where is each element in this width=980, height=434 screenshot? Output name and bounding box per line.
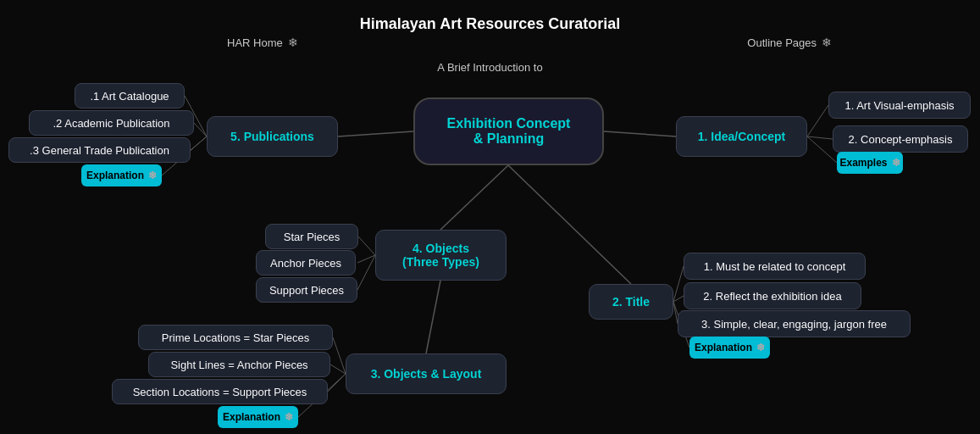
- star-pieces-node[interactable]: Star Pieces: [265, 224, 358, 249]
- svg-line-10: [358, 236, 375, 255]
- svg-line-21: [328, 374, 346, 392]
- sight-lines-node[interactable]: Sight Lines = Anchor Pieces: [148, 352, 330, 377]
- svg-line-2: [440, 165, 508, 230]
- svg-line-1: [604, 131, 676, 136]
- center-node[interactable]: Exhibition Concept& Planning: [413, 97, 604, 165]
- section-locations-node[interactable]: Section Locations = Support Pieces: [112, 379, 328, 404]
- reflect-exhibition-label: 2. Reflect the exhibition idea: [703, 290, 841, 303]
- title-node[interactable]: 2. Title: [589, 284, 673, 320]
- section-locations-label: Section Locations = Support Pieces: [133, 386, 307, 398]
- svg-line-11: [357, 255, 375, 263]
- examples-icon: ❄: [892, 157, 900, 169]
- anchor-pieces-label: Anchor Pieces: [270, 257, 341, 270]
- outline-pages-icon: ❄: [822, 36, 832, 49]
- har-home-label: HAR Home: [227, 36, 283, 49]
- svg-line-15: [673, 296, 684, 302]
- sight-lines-label: Sight Lines = Anchor Pieces: [170, 359, 307, 371]
- svg-line-20: [330, 364, 346, 374]
- objects-three-node[interactable]: 4. Objects(Three Types): [375, 230, 507, 281]
- title-node-label: 2. Title: [612, 295, 650, 309]
- explanation-title-node[interactable]: Explanation ❄: [689, 337, 770, 359]
- main-title: Himalayan Art Resources Curatorial: [360, 15, 620, 33]
- outline-pages-nav[interactable]: Outline Pages ❄: [747, 36, 832, 49]
- har-home-icon: ❄: [288, 36, 298, 49]
- svg-line-12: [357, 255, 375, 290]
- svg-line-19: [333, 337, 346, 374]
- must-related-label: 1. Must be related to concept: [704, 260, 846, 273]
- examples-node[interactable]: Examples ❄: [837, 152, 903, 174]
- support-pieces-node[interactable]: Support Pieces: [256, 277, 357, 303]
- art-visual-node[interactable]: 1. Art Visual-emphasis: [828, 92, 971, 119]
- svg-line-4: [194, 123, 207, 136]
- art-catalogue-label: .1 Art Catalogue: [90, 90, 169, 103]
- svg-line-13: [508, 165, 631, 284]
- explanation-layout-label: Explanation: [223, 411, 280, 423]
- star-pieces-label: Star Pieces: [284, 231, 340, 243]
- general-trade-node[interactable]: .3 General Trade Publication: [8, 137, 191, 163]
- center-node-label: Exhibition Concept& Planning: [447, 116, 571, 147]
- reflect-exhibition-node[interactable]: 2. Reflect the exhibition idea: [684, 282, 861, 309]
- explanation-pub-node[interactable]: Explanation ❄: [81, 164, 162, 186]
- simple-clear-label: 3. Simple, clear, engaging, jargon free: [701, 318, 887, 331]
- simple-clear-node[interactable]: 3. Simple, clear, engaging, jargon free: [678, 310, 911, 337]
- academic-pub-node[interactable]: .2 Academic Publication: [29, 110, 194, 136]
- objects-three-label: 4. Objects(Three Types): [402, 242, 479, 269]
- art-visual-label: 1. Art Visual-emphasis: [844, 99, 954, 112]
- svg-line-8: [807, 136, 833, 139]
- general-trade-label: .3 General Trade Publication: [30, 144, 169, 157]
- subtitle: A Brief Introduction to: [437, 61, 542, 74]
- explanation-pub-label: Explanation: [86, 170, 144, 181]
- publications-label: 5. Publications: [230, 130, 314, 143]
- svg-line-18: [426, 281, 440, 353]
- concept-emphasis-node[interactable]: 2. Concept-emphasis: [833, 125, 968, 153]
- anchor-pieces-node[interactable]: Anchor Pieces: [256, 250, 356, 275]
- examples-label: Examples: [839, 157, 887, 169]
- explanation-layout-node[interactable]: Explanation ❄: [218, 406, 298, 428]
- art-catalogue-node[interactable]: .1 Art Catalogue: [75, 83, 185, 108]
- svg-line-5: [191, 136, 207, 150]
- prime-locations-label: Prime Locations = Star Pieces: [162, 331, 310, 344]
- explanation-layout-icon: ❄: [285, 411, 293, 423]
- prime-locations-node[interactable]: Prime Locations = Star Pieces: [138, 325, 333, 350]
- concept-emphasis-label: 2. Concept-emphasis: [849, 133, 953, 146]
- svg-line-0: [338, 131, 413, 136]
- explanation-pub-icon: ❄: [148, 170, 157, 181]
- objects-layout-node[interactable]: 3. Objects & Layout: [346, 353, 507, 394]
- objects-layout-label: 3. Objects & Layout: [371, 367, 482, 381]
- idea-concept-node[interactable]: 1. Idea/Concept: [676, 116, 807, 157]
- explanation-title-label: Explanation: [695, 342, 752, 353]
- svg-line-7: [807, 105, 828, 136]
- svg-line-14: [673, 266, 684, 302]
- idea-concept-label: 1. Idea/Concept: [698, 130, 785, 143]
- explanation-title-icon: ❄: [756, 342, 765, 353]
- support-pieces-label: Support Pieces: [269, 284, 344, 297]
- publications-node[interactable]: 5. Publications: [207, 116, 338, 157]
- must-related-node[interactable]: 1. Must be related to concept: [684, 253, 866, 280]
- outline-pages-label: Outline Pages: [747, 36, 817, 49]
- har-home-nav[interactable]: HAR Home ❄: [227, 36, 298, 49]
- academic-pub-label: .2 Academic Publication: [53, 117, 169, 130]
